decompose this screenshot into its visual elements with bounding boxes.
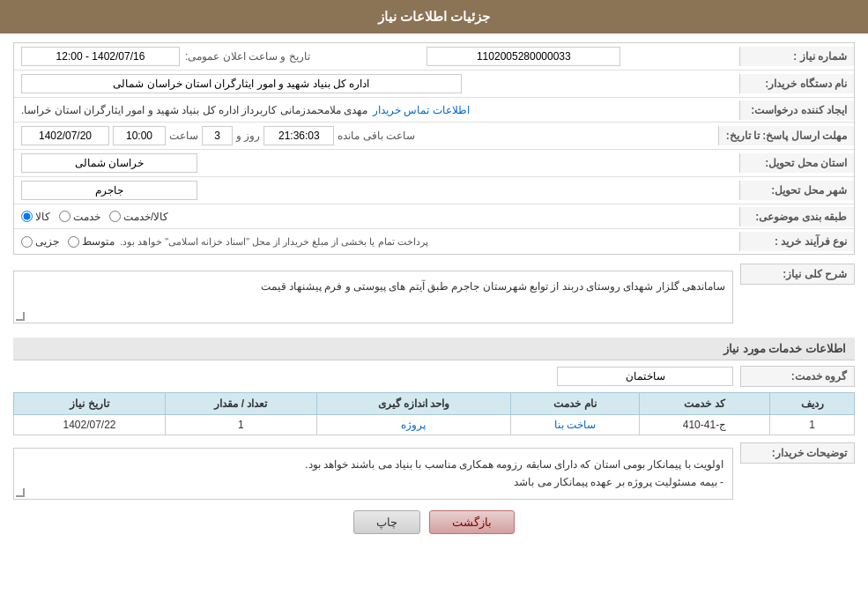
creator-value: اطلاعات تماس خریدار مهدی ملامحمدزمانی کا… <box>14 100 739 120</box>
buyer-notes-line1: اولویت با پیمانکار بومی استان که دارای س… <box>23 456 723 473</box>
buyer-notes-line2: - بیمه مسئولیت پروژه بر عهده پیمانکار می… <box>23 473 723 491</box>
cell-row-num: 1 <box>770 415 855 435</box>
back-button[interactable]: بازگشت <box>429 510 515 534</box>
services-section-title: اطلاعات خدمات مورد نیاز <box>13 338 855 360</box>
cell-code: ج-41-410 <box>639 415 769 435</box>
buyer-org-input[interactable] <box>21 74 462 93</box>
days-input[interactable] <box>202 126 233 145</box>
col-header-quantity: تعداد / مقدار <box>166 393 317 415</box>
need-number-value: تاریخ و ساعت اعلان عمومی: <box>14 43 739 70</box>
category-option-khadamat[interactable]: خدمت <box>59 211 100 223</box>
category-radio-group: کالا/خدمت خدمت کالا <box>21 211 168 223</box>
send-deadline-label: مهلت ارسال پاسخ: تا تاریخ: <box>718 126 854 145</box>
content-area: شماره نیاز : تاریخ و ساعت اعلان عمومی: ن… <box>0 33 868 552</box>
creator-text: مهدی ملامحمدزمانی کاربرداز اداره کل بنیا… <box>21 104 367 116</box>
col-header-date: تاریخ نیاز <box>14 393 166 415</box>
purchase-type-label: نوع فرآیند خرید : <box>739 232 854 251</box>
page-wrapper: جزئیات اطلاعات نیاز شماره نیاز : تاریخ و… <box>0 0 868 609</box>
main-info-section: شماره نیاز : تاریخ و ساعت اعلان عمومی: ن… <box>13 42 855 255</box>
resize-handle[interactable] <box>16 312 25 321</box>
countdown-input[interactable] <box>263 126 334 145</box>
buyer-notes-label: توضیحات خریدار: <box>740 442 855 464</box>
buttons-row: بازگشت چاپ <box>13 510 855 543</box>
purchase-type-option-partial[interactable]: جزیی <box>21 235 59 248</box>
cell-unit: پروژه <box>316 415 510 435</box>
row-deadline: مهلت ارسال پاسخ: تا تاریخ: ساعت باقی مان… <box>14 123 854 150</box>
deadline-datetime-row: ساعت باقی مانده روز و ساعت <box>21 126 415 145</box>
row-city: شهر محل تحویل: <box>14 177 854 204</box>
date-input[interactable] <box>21 126 109 145</box>
purchase-type-radio-group: متوسط جزیی <box>21 235 115 248</box>
category-radio-khadamat[interactable] <box>59 211 70 222</box>
deadline-value: ساعت باقی مانده روز و ساعت <box>14 123 718 149</box>
city-label: شهر محل تحویل: <box>739 181 854 200</box>
purchase-type-medium-label: متوسط <box>82 235 115 248</box>
province-input[interactable] <box>21 153 197 173</box>
announce-datetime-label: تاریخ و ساعت اعلان عمومی: <box>185 50 310 63</box>
cell-date: 1402/07/22 <box>14 415 166 435</box>
col-header-unit: واحد اندازه گیری <box>316 393 510 415</box>
purchase-type-option-medium[interactable]: متوسط <box>68 235 115 248</box>
time-input[interactable] <box>113 126 166 145</box>
province-value <box>14 150 739 176</box>
row-creator: ایجاد کننده درخواست: اطلاعات تماس خریدار… <box>14 98 854 123</box>
services-table: ردیف کد خدمت نام خدمت واحد اندازه گیری ت… <box>13 392 855 435</box>
need-number-input[interactable] <box>427 47 620 66</box>
description-box: ساماندهی گلزار شهدای روستای دربند از توا… <box>13 271 733 323</box>
service-group-row: گروه خدمت: <box>13 366 855 387</box>
print-button[interactable]: چاپ <box>353 510 420 534</box>
buyer-org-value <box>14 71 739 97</box>
announce-datetime-input[interactable] <box>21 47 180 66</box>
purchase-type-radio-medium[interactable] <box>68 236 79 248</box>
category-radio-kala[interactable] <box>21 211 33 222</box>
time-label: ساعت <box>169 130 198 142</box>
category-option-kala-khadamat[interactable]: کالا/خدمت <box>109 211 168 223</box>
category-kala-khadamat-label: کالا/خدمت <box>123 211 168 223</box>
purchase-type-note: پرداخت تمام یا بخشی از مبلغ خریدار از مح… <box>120 236 428 248</box>
buyer-notes-section: توضیحات خریدار: اولویت با پیمانکار بومی … <box>13 442 855 500</box>
row-purchase-type: نوع فرآیند خرید : پرداخت تمام یا بخشی از… <box>14 229 854 254</box>
category-label: طبقه بندی موضوعی: <box>739 207 854 227</box>
col-header-row: ردیف <box>770 393 855 415</box>
row-province: استان محل تحویل: <box>14 150 854 177</box>
countdown-label: ساعت باقی مانده <box>338 130 415 142</box>
table-header-row: ردیف کد خدمت نام خدمت واحد اندازه گیری ت… <box>14 393 855 415</box>
category-khadamat-label: خدمت <box>73 211 100 223</box>
description-text: ساماندهی گلزار شهدای روستای دربند از توا… <box>261 280 725 293</box>
purchase-type-value: پرداخت تمام یا بخشی از مبلغ خریدار از مح… <box>14 232 739 251</box>
description-section: شرح کلی نیاز: ساماندهی گلزار شهدای روستا… <box>13 264 855 330</box>
description-label: شرح کلی نیاز: <box>740 264 855 285</box>
service-group-label: گروه خدمت: <box>740 366 855 387</box>
row-buyer-org: نام دستگاه خریدار: <box>14 71 854 98</box>
page-header: جزئیات اطلاعات نیاز <box>0 0 868 33</box>
province-label: استان محل تحویل: <box>739 153 854 173</box>
row-need-number: شماره نیاز : تاریخ و ساعت اعلان عمومی: <box>14 43 854 71</box>
purchase-type-radio-partial[interactable] <box>21 236 33 248</box>
category-option-kala[interactable]: کالا <box>21 211 50 223</box>
creator-contact-link[interactable]: اطلاعات تماس خریدار <box>373 104 470 116</box>
days-label: روز و <box>236 130 260 142</box>
need-number-label: شماره نیاز : <box>739 47 854 66</box>
category-value: کالا/خدمت خدمت کالا <box>14 207 739 227</box>
city-value <box>14 177 739 204</box>
table-row: 1 ج-41-410 ساخت بنا پروژه 1 1402/07/22 <box>14 415 855 435</box>
purchase-type-partial-label: جزیی <box>35 235 59 248</box>
row-category: طبقه بندی موضوعی: کالا/خدمت خدمت کالا <box>14 204 854 229</box>
city-input[interactable] <box>21 181 197 200</box>
cell-quantity: 1 <box>166 415 317 435</box>
cell-name: ساخت بنا <box>511 415 640 435</box>
buyer-org-label: نام دستگاه خریدار: <box>739 74 854 93</box>
category-kala-label: کالا <box>35 211 50 223</box>
buyer-notes-box: اولویت با پیمانکار بومی استان که دارای س… <box>13 448 733 500</box>
creator-label: ایجاد کننده درخواست: <box>739 100 854 120</box>
page-title: جزئیات اطلاعات نیاز <box>378 9 490 24</box>
col-header-code: کد خدمت <box>639 393 769 415</box>
buyer-notes-resize-handle[interactable] <box>16 488 25 497</box>
category-radio-kala-khadamat[interactable] <box>109 211 121 222</box>
col-header-name: نام خدمت <box>511 393 640 415</box>
service-group-input[interactable] <box>557 367 733 386</box>
